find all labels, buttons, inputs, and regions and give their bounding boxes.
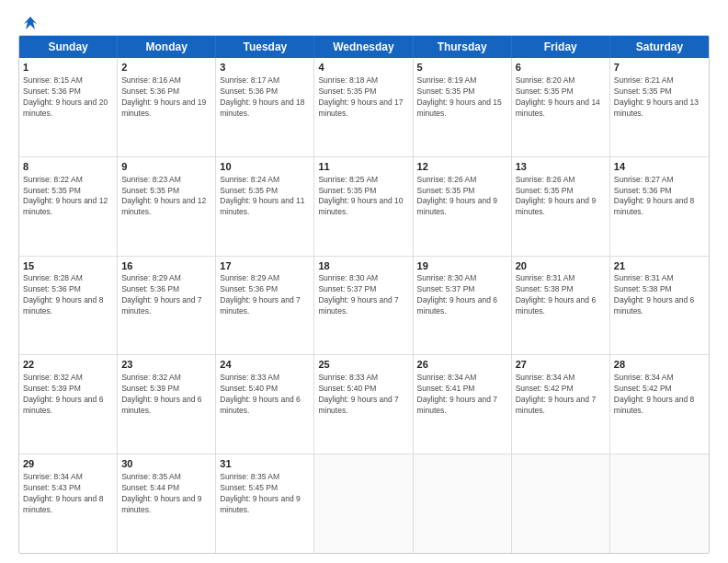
day-number: 17	[220, 259, 310, 273]
day-cell-27: 27Sunrise: 8:34 AMSunset: 5:42 PMDayligh…	[512, 355, 610, 454]
day-number: 18	[318, 259, 408, 273]
day-number: 1	[23, 61, 113, 75]
day-cell-28: 28Sunrise: 8:34 AMSunset: 5:42 PMDayligh…	[610, 355, 709, 454]
day-info: Sunrise: 8:17 AMSunset: 5:36 PMDaylight:…	[220, 75, 310, 120]
day-number: 20	[516, 259, 606, 273]
day-cell-21: 21Sunrise: 8:31 AMSunset: 5:38 PMDayligh…	[610, 257, 709, 355]
day-cell-18: 18Sunrise: 8:30 AMSunset: 5:37 PMDayligh…	[314, 257, 413, 355]
day-info: Sunrise: 8:32 AMSunset: 5:39 PMDaylight:…	[23, 373, 113, 417]
day-cell-29: 29Sunrise: 8:34 AMSunset: 5:43 PMDayligh…	[19, 454, 118, 553]
day-number: 24	[220, 358, 310, 372]
day-cell-8: 8Sunrise: 8:22 AMSunset: 5:35 PMDaylight…	[19, 157, 118, 256]
week-row-2: 8Sunrise: 8:22 AMSunset: 5:35 PMDaylight…	[19, 156, 709, 256]
day-cell-11: 11Sunrise: 8:25 AMSunset: 5:35 PMDayligh…	[314, 157, 413, 256]
day-number: 7	[614, 61, 705, 75]
calendar: SundayMondayTuesdayWednesdayThursdayFrid…	[18, 35, 710, 554]
day-number: 30	[121, 457, 211, 471]
page: SundayMondayTuesdayWednesdayThursdayFrid…	[0, 0, 728, 563]
day-info: Sunrise: 8:16 AMSunset: 5:36 PMDaylight:…	[121, 75, 211, 120]
day-number: 4	[318, 61, 408, 75]
day-cell-26: 26Sunrise: 8:34 AMSunset: 5:41 PMDayligh…	[414, 355, 512, 454]
day-info: Sunrise: 8:29 AMSunset: 5:36 PMDaylight:…	[121, 273, 211, 317]
day-info: Sunrise: 8:29 AMSunset: 5:36 PMDaylight:…	[220, 273, 310, 317]
logo-bird-icon	[22, 15, 39, 31]
day-cell-20: 20Sunrise: 8:31 AMSunset: 5:38 PMDayligh…	[512, 257, 610, 355]
day-info: Sunrise: 8:27 AMSunset: 5:36 PMDaylight:…	[614, 175, 705, 219]
day-info: Sunrise: 8:25 AMSunset: 5:35 PMDaylight:…	[318, 175, 408, 219]
day-info: Sunrise: 8:21 AMSunset: 5:35 PMDaylight:…	[614, 75, 705, 120]
day-number: 22	[23, 358, 113, 372]
day-cell-13: 13Sunrise: 8:26 AMSunset: 5:35 PMDayligh…	[512, 157, 610, 256]
day-cell-17: 17Sunrise: 8:29 AMSunset: 5:36 PMDayligh…	[216, 257, 314, 355]
day-info: Sunrise: 8:31 AMSunset: 5:38 PMDaylight:…	[614, 273, 705, 317]
day-cell-1: 1Sunrise: 8:15 AMSunset: 5:36 PMDaylight…	[19, 58, 118, 156]
logo-text	[18, 15, 39, 31]
day-info: Sunrise: 8:33 AMSunset: 5:40 PMDaylight:…	[318, 373, 408, 417]
day-info: Sunrise: 8:26 AMSunset: 5:35 PMDaylight:…	[417, 175, 507, 219]
day-number: 28	[614, 358, 705, 372]
day-info: Sunrise: 8:35 AMSunset: 5:45 PMDaylight:…	[220, 472, 310, 516]
day-number: 19	[417, 259, 507, 273]
header	[18, 15, 710, 28]
day-cell-empty-4-6	[610, 454, 709, 553]
day-cell-22: 22Sunrise: 8:32 AMSunset: 5:39 PMDayligh…	[19, 355, 118, 454]
day-cell-5: 5Sunrise: 8:19 AMSunset: 5:35 PMDaylight…	[414, 58, 512, 156]
day-number: 27	[516, 358, 606, 372]
header-day-friday: Friday	[512, 36, 610, 58]
day-info: Sunrise: 8:30 AMSunset: 5:37 PMDaylight:…	[318, 273, 408, 317]
day-cell-empty-4-5	[512, 454, 610, 553]
day-number: 25	[318, 358, 408, 372]
day-cell-12: 12Sunrise: 8:26 AMSunset: 5:35 PMDayligh…	[414, 157, 512, 256]
day-info: Sunrise: 8:23 AMSunset: 5:35 PMDaylight:…	[121, 175, 211, 219]
day-number: 23	[121, 358, 211, 372]
day-info: Sunrise: 8:34 AMSunset: 5:41 PMDaylight:…	[417, 373, 507, 417]
day-number: 9	[121, 160, 211, 174]
day-number: 13	[516, 160, 606, 174]
calendar-header: SundayMondayTuesdayWednesdayThursdayFrid…	[19, 36, 709, 58]
header-day-saturday: Saturday	[610, 36, 709, 58]
day-number: 6	[516, 61, 606, 75]
day-info: Sunrise: 8:35 AMSunset: 5:44 PMDaylight:…	[121, 472, 211, 516]
day-cell-19: 19Sunrise: 8:30 AMSunset: 5:37 PMDayligh…	[414, 257, 512, 355]
day-info: Sunrise: 8:24 AMSunset: 5:35 PMDaylight:…	[220, 175, 310, 219]
header-day-monday: Monday	[118, 36, 216, 58]
day-cell-23: 23Sunrise: 8:32 AMSunset: 5:39 PMDayligh…	[118, 355, 216, 454]
day-number: 21	[614, 259, 705, 273]
day-info: Sunrise: 8:34 AMSunset: 5:43 PMDaylight:…	[23, 472, 113, 516]
day-info: Sunrise: 8:26 AMSunset: 5:35 PMDaylight:…	[516, 175, 606, 219]
day-number: 16	[121, 259, 211, 273]
day-info: Sunrise: 8:22 AMSunset: 5:35 PMDaylight:…	[23, 175, 113, 219]
header-day-tuesday: Tuesday	[216, 36, 314, 58]
logo	[18, 15, 39, 28]
day-info: Sunrise: 8:15 AMSunset: 5:36 PMDaylight:…	[23, 75, 113, 120]
week-row-1: 1Sunrise: 8:15 AMSunset: 5:36 PMDaylight…	[19, 58, 709, 156]
header-day-wednesday: Wednesday	[314, 36, 413, 58]
day-cell-30: 30Sunrise: 8:35 AMSunset: 5:44 PMDayligh…	[118, 454, 216, 553]
day-cell-10: 10Sunrise: 8:24 AMSunset: 5:35 PMDayligh…	[216, 157, 314, 256]
day-number: 11	[318, 160, 408, 174]
day-cell-24: 24Sunrise: 8:33 AMSunset: 5:40 PMDayligh…	[216, 355, 314, 454]
day-info: Sunrise: 8:34 AMSunset: 5:42 PMDaylight:…	[516, 373, 606, 417]
week-row-3: 15Sunrise: 8:28 AMSunset: 5:36 PMDayligh…	[19, 256, 709, 355]
day-cell-9: 9Sunrise: 8:23 AMSunset: 5:35 PMDaylight…	[118, 157, 216, 256]
day-info: Sunrise: 8:34 AMSunset: 5:42 PMDaylight:…	[614, 373, 705, 417]
day-cell-3: 3Sunrise: 8:17 AMSunset: 5:36 PMDaylight…	[216, 58, 314, 156]
day-cell-14: 14Sunrise: 8:27 AMSunset: 5:36 PMDayligh…	[610, 157, 709, 256]
day-number: 3	[220, 61, 310, 75]
day-number: 10	[220, 160, 310, 174]
day-cell-25: 25Sunrise: 8:33 AMSunset: 5:40 PMDayligh…	[314, 355, 413, 454]
day-info: Sunrise: 8:32 AMSunset: 5:39 PMDaylight:…	[121, 373, 211, 417]
day-cell-2: 2Sunrise: 8:16 AMSunset: 5:36 PMDaylight…	[118, 58, 216, 156]
day-number: 12	[417, 160, 507, 174]
day-cell-empty-4-4	[414, 454, 512, 553]
header-day-thursday: Thursday	[414, 36, 512, 58]
day-info: Sunrise: 8:33 AMSunset: 5:40 PMDaylight:…	[220, 373, 310, 417]
day-cell-7: 7Sunrise: 8:21 AMSunset: 5:35 PMDaylight…	[610, 58, 709, 156]
svg-marker-0	[24, 17, 37, 29]
day-cell-empty-4-3	[314, 454, 413, 553]
day-number: 14	[614, 160, 705, 174]
day-number: 15	[23, 259, 113, 273]
week-row-4: 22Sunrise: 8:32 AMSunset: 5:39 PMDayligh…	[19, 354, 709, 454]
day-info: Sunrise: 8:31 AMSunset: 5:38 PMDaylight:…	[516, 273, 606, 317]
day-number: 26	[417, 358, 507, 372]
